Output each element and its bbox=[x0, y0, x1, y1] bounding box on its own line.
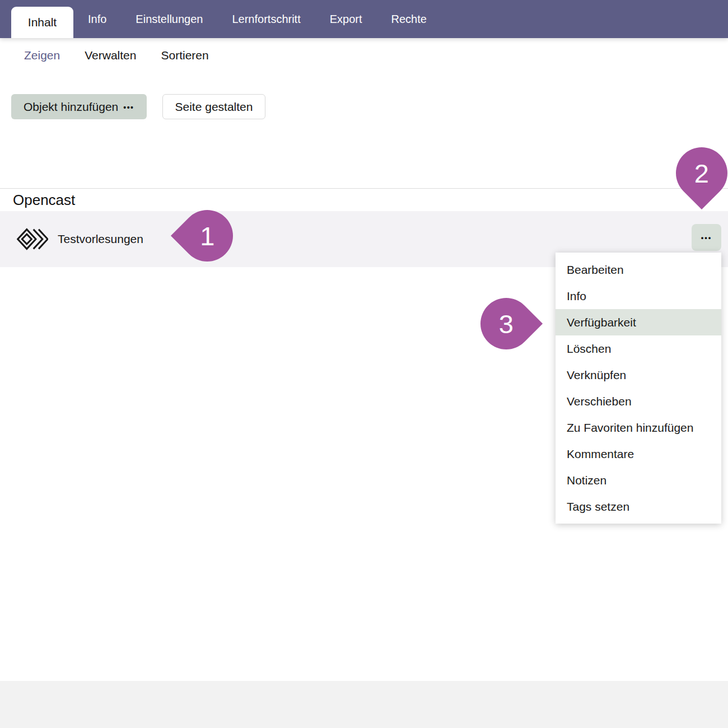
subtab-sortieren[interactable]: Sortieren bbox=[161, 49, 208, 62]
annotation-marker-1-number: 1 bbox=[200, 223, 214, 249]
menu-item-verschieben[interactable]: Verschieben bbox=[556, 388, 721, 414]
design-page-button[interactable]: Seite gestalten bbox=[162, 94, 266, 119]
toolbar: Objekt hinzufügen ••• Seite gestalten bbox=[11, 94, 265, 119]
menu-item-info[interactable]: Info bbox=[556, 283, 721, 309]
annotation-marker-3-number: 3 bbox=[499, 310, 514, 337]
annotation-marker-2-number: 2 bbox=[694, 160, 709, 186]
subtab-verwalten[interactable]: Verwalten bbox=[85, 49, 136, 62]
menu-item-bearbeiten[interactable]: Bearbeiten bbox=[556, 256, 721, 283]
sub-tab-bar: Zeigen Verwalten Sortieren bbox=[0, 38, 728, 73]
menu-item-notizen[interactable]: Notizen bbox=[556, 467, 721, 493]
menu-item-tags-setzen[interactable]: Tags setzen bbox=[556, 493, 721, 520]
menu-item-verfuegbarkeit[interactable]: Verfügbarkeit bbox=[556, 309, 721, 335]
add-object-button[interactable]: Objekt hinzufügen ••• bbox=[11, 94, 147, 119]
subtab-zeigen[interactable]: Zeigen bbox=[24, 49, 60, 62]
menu-item-verknuepfen[interactable]: Verknüpfen bbox=[556, 362, 721, 388]
page-footer bbox=[0, 681, 728, 728]
section-title: Opencast bbox=[13, 192, 728, 209]
ellipsis-icon: ••• bbox=[701, 234, 712, 242]
item-actions-button[interactable]: ••• bbox=[692, 224, 721, 251]
opencast-series-icon bbox=[17, 227, 48, 251]
add-object-label: Objekt hinzufügen bbox=[24, 100, 118, 114]
page: Inhalt Info Einstellungen Lernfortschrit… bbox=[0, 0, 728, 728]
tab-lernfortschritt[interactable]: Lernfortschritt bbox=[217, 0, 315, 38]
menu-item-zu-favoriten[interactable]: Zu Favoriten hinzufügen bbox=[556, 414, 721, 441]
tab-einstellungen[interactable]: Einstellungen bbox=[121, 0, 217, 38]
item-title-link[interactable]: Testvorlesungen bbox=[58, 232, 143, 246]
design-page-label: Seite gestalten bbox=[175, 100, 253, 114]
menu-item-loeschen[interactable]: Löschen bbox=[556, 335, 721, 362]
item-actions-menu: Bearbeiten Info Verfügbarkeit Löschen Ve… bbox=[556, 253, 721, 524]
tab-inhalt[interactable]: Inhalt bbox=[11, 7, 73, 38]
top-tab-bar: Inhalt Info Einstellungen Lernfortschrit… bbox=[0, 0, 728, 38]
tab-info[interactable]: Info bbox=[73, 0, 121, 38]
tab-rechte[interactable]: Rechte bbox=[377, 0, 441, 38]
annotation-marker-3: 3 bbox=[470, 287, 543, 360]
content-section-header: Opencast bbox=[0, 188, 728, 211]
ellipsis-icon: ••• bbox=[123, 103, 134, 112]
tab-export[interactable]: Export bbox=[315, 0, 377, 38]
menu-item-kommentare[interactable]: Kommentare bbox=[556, 441, 721, 467]
